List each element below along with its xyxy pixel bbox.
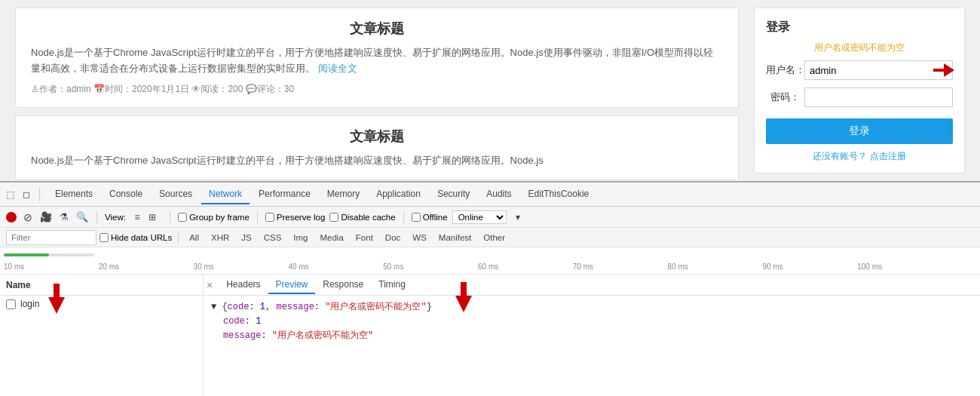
article-title-2: 文章标题	[31, 127, 723, 146]
devtools-action-icons: ⬚ ◻	[3, 188, 40, 201]
filter-css[interactable]: CSS	[259, 232, 286, 243]
search-icon[interactable]: 🔍	[75, 210, 89, 224]
tab-security[interactable]: Security	[430, 185, 477, 204]
devtools-panel: ⬚ ◻ Elements Console Sources Network Per…	[0, 181, 980, 396]
name-panel-header: Name	[0, 275, 203, 296]
article-title-1: 文章标题	[31, 20, 723, 38]
login-register: 还没有账号？ 点击注册	[766, 150, 953, 163]
devtools-filter: Hide data URLs All XHR JS CSS Img Media …	[0, 228, 980, 247]
record-icon[interactable]	[6, 212, 17, 223]
svg-marker-0	[933, 63, 954, 77]
svg-marker-1	[48, 284, 65, 314]
read-more-link-1[interactable]: 阅读全文	[318, 63, 357, 74]
grid-view-icon[interactable]: ⊞	[145, 210, 159, 224]
devtools-timeline: 10 ms 20 ms 30 ms 40 ms 50 ms 60 ms 70 m…	[0, 247, 980, 275]
filter-manifest[interactable]: Manifest	[434, 232, 476, 243]
json-line-1: ▼ {code: 1, message: "用户名或密码不能为空"}	[211, 300, 972, 315]
login-error: 用户名或密码不能为空	[766, 41, 953, 54]
tab-application[interactable]: Application	[369, 185, 428, 204]
articles-section: 文章标题 Node.js是一个基于Chrome JavaScript运行时建立的…	[15, 8, 739, 173]
throttle-more-icon[interactable]: ▾	[511, 210, 525, 224]
tab-headers[interactable]: Headers	[219, 276, 268, 294]
cursor-icon[interactable]: ⬚	[3, 188, 17, 201]
register-text: 还没有账号？	[813, 151, 867, 161]
tab-network[interactable]: Network	[201, 185, 250, 204]
timeline-labels: 10 ms 20 ms 30 ms 40 ms 50 ms 60 ms 70 m…	[0, 262, 980, 271]
clear-icon[interactable]: ⊘	[21, 210, 35, 224]
article-card-2: 文章标题 Node.js是一个基于Chrome JavaScript运行时建立的…	[15, 115, 739, 181]
toolbar-separator-4	[403, 211, 404, 223]
view-icons: ≡ ⊞	[130, 210, 159, 224]
article-body-1: Node.js是一个基于Chrome JavaScript运行时建立的平台，用于…	[31, 45, 723, 77]
json-content: ▼ {code: 1, message: "用户名或密码不能为空"} code:…	[204, 296, 980, 348]
tab-timing[interactable]: Timing	[371, 276, 413, 294]
filter-other[interactable]: Other	[479, 232, 510, 243]
filter-js[interactable]: JS	[237, 232, 256, 243]
login-checkbox[interactable]	[6, 299, 16, 309]
offline-checkbox[interactable]: Offline	[412, 213, 448, 222]
filter-icon[interactable]: ⚗	[57, 210, 71, 224]
json-line-3: message: "用户名或密码不能为空"	[211, 329, 972, 343]
username-input[interactable]	[804, 60, 953, 80]
tab-memory[interactable]: Memory	[320, 185, 367, 204]
red-arrow-down-2	[452, 282, 475, 315]
login-row-label: login	[20, 299, 39, 309]
toolbar-separator-3	[257, 211, 258, 223]
filter-input[interactable]	[6, 230, 96, 245]
svg-marker-2	[455, 282, 472, 312]
username-field: 用户名：	[766, 60, 953, 80]
view-label: View:	[105, 213, 126, 222]
tab-elements[interactable]: Elements	[47, 185, 100, 204]
timeline-bar-green	[4, 253, 49, 256]
disable-cache-checkbox[interactable]: Disable cache	[329, 213, 395, 222]
toolbar-separator-2	[170, 211, 170, 223]
close-panel-button[interactable]: ×	[207, 279, 213, 291]
devtools-tabs-bar: ⬚ ◻ Elements Console Sources Network Per…	[0, 183, 980, 207]
article-meta-1: ♙作者：admin 📅时间：2020年1月1日 👁阅读：200 💬评论：30	[31, 83, 723, 96]
right-panel-tabs: × Headers Preview Response Timing	[204, 275, 980, 296]
red-arrow-down-1	[45, 284, 68, 316]
tab-editthiscookie[interactable]: EditThisCookie	[521, 185, 597, 204]
timeline-bar	[4, 253, 94, 256]
tab-performance[interactable]: Performance	[251, 185, 318, 204]
filter-all[interactable]: All	[185, 232, 204, 243]
red-arrow-icon	[933, 62, 954, 78]
password-field: 密码：	[766, 87, 953, 107]
filter-separator	[178, 232, 179, 244]
tab-console[interactable]: Console	[102, 185, 150, 204]
preserve-log-checkbox[interactable]: Preserve log	[265, 213, 326, 222]
tab-sources[interactable]: Sources	[152, 185, 200, 204]
group-by-frame-checkbox[interactable]: Group by frame	[178, 213, 250, 222]
login-row[interactable]: login	[0, 296, 203, 312]
filter-doc[interactable]: Doc	[381, 232, 405, 243]
name-panel: Name login	[0, 275, 204, 396]
list-view-icon[interactable]: ≡	[130, 210, 144, 224]
tab-preview[interactable]: Preview	[268, 276, 316, 294]
username-label: 用户名：	[766, 63, 800, 77]
devtools-main-panels: Name login × Headers Preview Response Ti…	[0, 275, 980, 396]
main-content: 文章标题 Node.js是一个基于Chrome JavaScript运行时建立的…	[0, 0, 980, 181]
tab-audits[interactable]: Audits	[479, 185, 519, 204]
article-body-2: Node.js是一个基于Chrome JavaScript运行时建立的平台，用于…	[31, 153, 723, 169]
tab-response[interactable]: Response	[315, 276, 371, 294]
hide-data-urls-checkbox[interactable]: Hide data URLs	[100, 233, 172, 242]
filter-xhr[interactable]: XHR	[207, 232, 234, 243]
filter-ws[interactable]: WS	[408, 232, 431, 243]
json-line-2: code: 1	[211, 315, 972, 329]
throttle-select[interactable]: Online Fast 3G Slow 3G Offline	[452, 210, 507, 224]
filter-img[interactable]: Img	[289, 232, 312, 243]
devtools-toolbar: ⊘ 🎥 ⚗ 🔍 View: ≡ ⊞ Group by frame Preserv…	[0, 207, 980, 228]
right-panel: × Headers Preview Response Timing ▼ {cod…	[204, 275, 980, 396]
password-input[interactable]	[804, 87, 953, 107]
password-label: 密码：	[766, 91, 800, 104]
article-card-1: 文章标题 Node.js是一个基于Chrome JavaScript运行时建立的…	[15, 8, 739, 108]
inspect-icon[interactable]: ◻	[20, 188, 33, 201]
filter-media[interactable]: Media	[316, 232, 348, 243]
filter-font[interactable]: Font	[351, 232, 378, 243]
toolbar-separator-1	[96, 211, 97, 223]
login-title: 登录	[766, 20, 953, 35]
register-link[interactable]: 点击注册	[870, 151, 906, 161]
login-button[interactable]: 登录	[766, 118, 953, 144]
login-panel: 登录 用户名或密码不能为空 用户名： 密码： 登录 还没有账号？ 点击注册	[754, 8, 965, 173]
camera-icon[interactable]: 🎥	[39, 210, 53, 224]
